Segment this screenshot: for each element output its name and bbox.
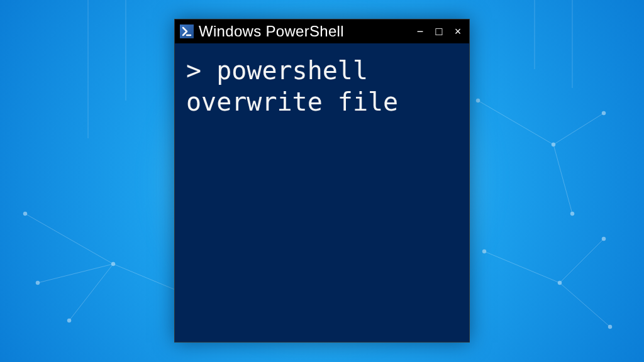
svg-point-12 bbox=[67, 319, 71, 322]
svg-point-11 bbox=[111, 262, 115, 266]
svg-line-5 bbox=[553, 113, 604, 145]
window-controls: − □ × bbox=[414, 26, 464, 37]
svg-line-0 bbox=[25, 214, 113, 264]
svg-point-19 bbox=[482, 250, 486, 253]
svg-line-1 bbox=[69, 264, 113, 321]
titlebar[interactable]: Windows PowerShell − □ × bbox=[175, 19, 469, 43]
terminal-body[interactable]: > powershell overwrite file bbox=[175, 43, 469, 342]
svg-point-18 bbox=[570, 212, 574, 216]
svg-line-8 bbox=[560, 283, 610, 327]
svg-point-15 bbox=[476, 99, 480, 102]
svg-point-17 bbox=[602, 111, 606, 115]
svg-point-16 bbox=[552, 143, 555, 146]
svg-line-6 bbox=[553, 145, 572, 214]
svg-line-7 bbox=[484, 251, 560, 283]
powershell-window: Windows PowerShell − □ × > powershell ov… bbox=[174, 19, 470, 343]
svg-point-10 bbox=[23, 212, 27, 216]
command-text: powershell overwrite file bbox=[186, 56, 398, 116]
svg-line-3 bbox=[38, 264, 113, 283]
window-title: Windows PowerShell bbox=[199, 23, 409, 40]
svg-line-4 bbox=[478, 101, 553, 145]
svg-point-22 bbox=[602, 237, 606, 241]
svg-point-13 bbox=[36, 281, 40, 285]
powershell-icon bbox=[180, 25, 194, 38]
close-button[interactable]: × bbox=[452, 26, 464, 37]
maximize-button[interactable]: □ bbox=[433, 26, 445, 37]
svg-line-9 bbox=[560, 239, 604, 283]
minimize-button[interactable]: − bbox=[414, 26, 426, 37]
svg-point-20 bbox=[558, 281, 562, 285]
svg-point-21 bbox=[608, 325, 612, 329]
prompt-symbol: > bbox=[186, 56, 216, 85]
